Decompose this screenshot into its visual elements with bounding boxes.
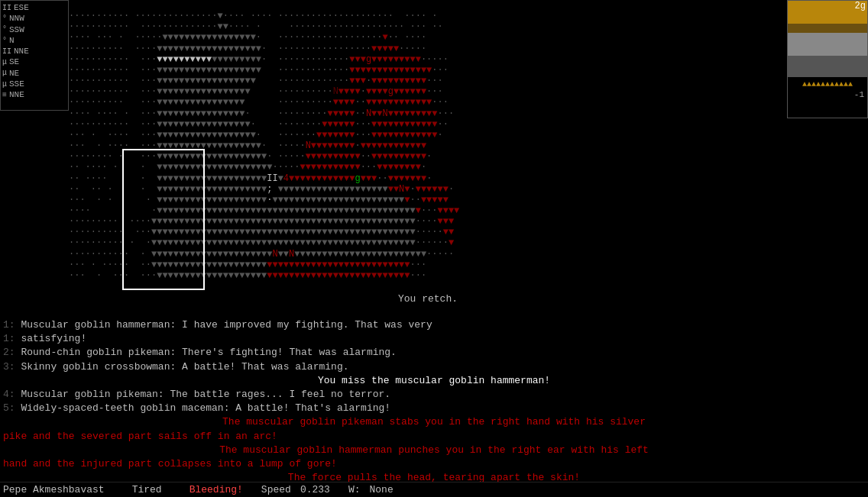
status-speed-value: 0.233 (300, 484, 330, 495)
status-weapon-value: None (370, 484, 394, 495)
msg-3: 3: Skinny goblin crossbowman: A battle! … (3, 360, 865, 374)
inventory-dark-bar (788, 24, 867, 33)
minimap-row: ≡ NNE (2, 89, 66, 100)
status-bleeding: Bleeding! (189, 484, 243, 495)
inventory-mid-bar (788, 56, 867, 77)
retch-message: You retch. (69, 293, 787, 305)
msg-punch-2: hand and the injured part collapses into… (3, 457, 865, 471)
msg-2: 2: Round-chin goblin pikeman: There's fi… (3, 346, 865, 360)
msg-1: 1: Muscular goblin hammerman: I have imp… (3, 318, 865, 332)
status-speed-label: Speed (261, 484, 291, 495)
character-name: Pepe Akmeshbavast (3, 484, 105, 495)
minimap-row: ° NNW (2, 13, 66, 24)
minimap-row: II NNE (2, 46, 66, 56)
game-container: II ESE ° NNW ° SSW ° N II NNE μ SE μ NE … (0, 0, 868, 497)
inventory-counter: -1 (788, 90, 867, 99)
minimap-row: μ NE (2, 68, 66, 79)
message-log: 1: Muscular goblin hammerman: I have imp… (0, 317, 868, 482)
minimap-row: II ESE (2, 2, 66, 13)
right-panel: 2g ▲▲▲▲▲▲▲▲▲▲▲ -1 (787, 0, 868, 122)
inventory-panel: 2g ▲▲▲▲▲▲▲▲▲▲▲ -1 (787, 0, 868, 118)
viewport-rectangle (122, 149, 205, 290)
msg-stab-2: pike and the severed part sails off in a… (3, 430, 865, 444)
status-weapon-label: W: (348, 484, 361, 495)
msg-miss: You miss the muscular goblin hammerman! (3, 374, 865, 388)
minimap: II ESE ° NNW ° SSW ° N II NNE μ SE μ NE … (0, 0, 69, 111)
inventory-triangle-row: ▲▲▲▲▲▲▲▲▲▲▲ (788, 77, 867, 90)
minimap-row: ° N (2, 35, 66, 46)
msg-punch-1: The muscular goblin hammerman punches yo… (3, 444, 865, 457)
minimap-row: μ SSE (2, 79, 66, 89)
inventory-gold-count: 2g (855, 1, 866, 11)
minimap-row: ° SSW (2, 24, 66, 35)
status-bar: Pepe Akmeshbavast Tired Bleeding! Speed … (0, 482, 868, 497)
inventory-gray-bar (788, 33, 867, 56)
msg-1b: 1: satisfying! (3, 332, 865, 346)
msg-4: 4: Muscular goblin pikeman: The battle r… (3, 388, 865, 402)
status-condition: Tired (132, 484, 162, 495)
msg-5: 5: Widely-spaced-teeth goblin maceman: A… (3, 402, 865, 415)
msg-stab-1: The muscular goblin pikeman stabs you in… (3, 415, 865, 429)
minimap-row: μ SE (2, 56, 66, 67)
msg-force: The force pulls the head, tearing apart … (3, 471, 865, 482)
